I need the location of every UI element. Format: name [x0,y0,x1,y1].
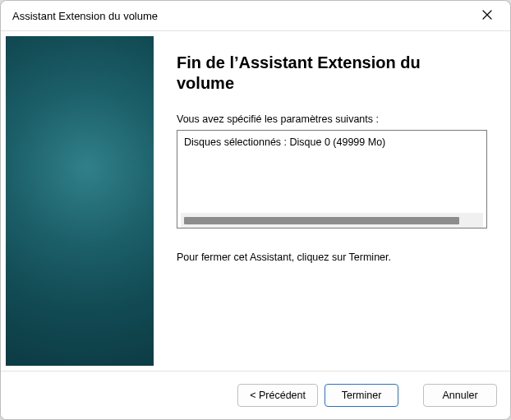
wizard-window: Assistant Extension du volume Fin de l’A… [0,0,511,420]
window-title: Assistant Extension du volume [12,10,469,22]
close-icon [482,10,492,22]
intro-text: Vous avez spécifié les paramètres suivan… [177,113,490,125]
button-row: < Précédent Terminer Annuler [1,372,510,419]
summary-list: Disques sélectionnés : Disque 0 (49999 M… [181,134,483,213]
summary-line: Disques sélectionnés : Disque 0 (49999 M… [184,136,480,150]
wizard-side-banner [6,36,154,366]
page-title: Fin de l’Assistant Extension du volume [177,53,472,94]
horizontal-scrollbar[interactable] [181,213,483,228]
title-bar: Assistant Extension du volume [1,1,510,30]
cancel-button[interactable]: Annuler [423,384,497,407]
wizard-main-panel: Fin de l’Assistant Extension du volume V… [154,36,502,366]
scrollbar-track [184,215,480,225]
summary-box: Disques sélectionnés : Disque 0 (49999 M… [177,130,487,228]
content-area: Fin de l’Assistant Extension du volume V… [1,30,510,372]
scrollbar-thumb[interactable] [184,217,459,224]
close-instruction: Pour fermer cet Assistant, cliquez sur T… [177,252,490,263]
finish-button[interactable]: Terminer [325,384,398,407]
close-button[interactable] [469,3,505,28]
back-button[interactable]: < Précédent [237,384,318,407]
